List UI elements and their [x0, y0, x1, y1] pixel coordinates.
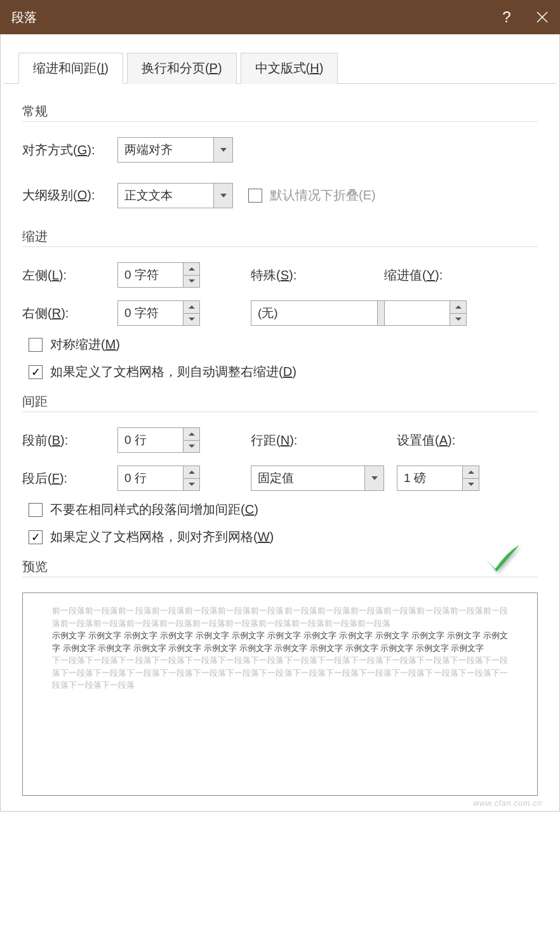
no-same-style-spacing-label: 不要在相同样式的段落间增加间距(C) [50, 501, 258, 518]
special-label: 特殊(S): [225, 267, 321, 284]
auto-indent-grid-checkbox[interactable] [29, 365, 43, 379]
spin-down-icon[interactable] [183, 479, 199, 491]
alignment-combo[interactable]: 两端对齐 [117, 137, 233, 163]
group-preview: 预览 [22, 558, 538, 577]
outline-combo[interactable]: 正文文本 [117, 183, 233, 208]
spacing-at-label: 设置值(A): [397, 432, 492, 449]
spin-up-icon[interactable] [463, 466, 479, 479]
auto-indent-grid-label: 如果定义了文档网格，则自动调整右缩进(D) [50, 363, 297, 380]
group-general: 常规 [22, 103, 538, 122]
group-spacing: 间距 [22, 393, 538, 412]
indent-value-spinner[interactable] [384, 300, 467, 326]
indent-right-spinner[interactable]: 0 字符 [117, 300, 200, 326]
snap-grid-label: 如果定义了文档网格，则对齐到网格(W) [50, 528, 274, 546]
spin-up-icon[interactable] [183, 263, 199, 276]
indent-value-label: 缩进值(Y): [384, 267, 479, 284]
spin-down-icon[interactable] [183, 441, 199, 453]
group-indent: 缩进 [22, 228, 538, 247]
dialog-title: 段落 [11, 9, 489, 26]
line-spacing-label: 行距(N): [225, 432, 321, 449]
special-combo[interactable]: (无) [251, 300, 397, 326]
close-button[interactable] [524, 0, 560, 34]
alignment-value: 两端对齐 [118, 138, 213, 162]
spacing-at-spinner[interactable]: 1 磅 [397, 466, 479, 491]
indent-left-spinner[interactable]: 0 字符 [117, 262, 200, 288]
outline-label: 大纲级别(O): [22, 187, 117, 204]
snap-grid-checkbox[interactable] [29, 530, 43, 544]
line-spacing-combo[interactable]: 固定值 [251, 466, 384, 491]
space-before-spinner[interactable]: 0 行 [117, 427, 200, 453]
chevron-down-icon[interactable] [213, 138, 232, 162]
spin-down-icon[interactable] [463, 479, 479, 491]
watermark: www.cfan.com.cn [473, 798, 542, 808]
spin-up-icon[interactable] [183, 466, 199, 479]
preview-next: 下一段落下一段落下一段落下一段落下一段落下一段落下一段落下一段落下一段落下一段落… [52, 654, 508, 692]
tab-indent-spacing[interactable]: 缩进和间距(I) [18, 53, 123, 84]
tab-chinese[interactable]: 中文版式(H) [241, 53, 338, 84]
spin-down-icon[interactable] [450, 314, 466, 326]
preview-prev: 前一段落前一段落前一段落前一段落前一段落前一段落前一段落前一段落前一段落前一段落… [52, 605, 508, 629]
indent-left-label: 左侧(L): [22, 267, 117, 284]
mirror-indent-label: 对称缩进(M) [50, 336, 120, 353]
space-after-spinner[interactable]: 0 行 [117, 466, 200, 491]
collapsed-checkbox [248, 189, 262, 203]
space-before-label: 段前(B): [22, 432, 117, 449]
no-same-style-spacing-checkbox[interactable] [29, 503, 43, 517]
tab-strip: 缩进和间距(I) 换行和分页(P) 中文版式(H) [3, 34, 557, 84]
space-after-label: 段后(F): [22, 470, 117, 487]
spin-up-icon[interactable] [183, 301, 199, 314]
spin-down-icon[interactable] [183, 276, 199, 288]
spin-up-icon[interactable] [183, 428, 199, 441]
chevron-down-icon[interactable] [213, 184, 232, 208]
spin-up-icon[interactable] [450, 301, 466, 314]
mirror-indent-checkbox[interactable] [29, 338, 43, 352]
alignment-label: 对齐方式(G): [22, 142, 117, 159]
spin-down-icon[interactable] [183, 314, 199, 326]
help-button[interactable]: ? [489, 0, 524, 34]
chevron-down-icon[interactable] [364, 466, 383, 490]
outline-value: 正文文本 [118, 184, 213, 208]
close-icon [536, 11, 549, 23]
titlebar: 段落 ? [0, 0, 560, 34]
preview-box: 前一段落前一段落前一段落前一段落前一段落前一段落前一段落前一段落前一段落前一段落… [22, 593, 538, 796]
collapsed-label: 默认情况下折叠(E) [270, 187, 376, 204]
tab-pagebreak[interactable]: 换行和分页(P) [127, 53, 237, 84]
preview-sample: 示例文字 示例文字 示例文字 示例文字 示例文字 示例文字 示例文字 示例文字 … [52, 629, 508, 654]
indent-right-label: 右侧(R): [22, 305, 117, 322]
